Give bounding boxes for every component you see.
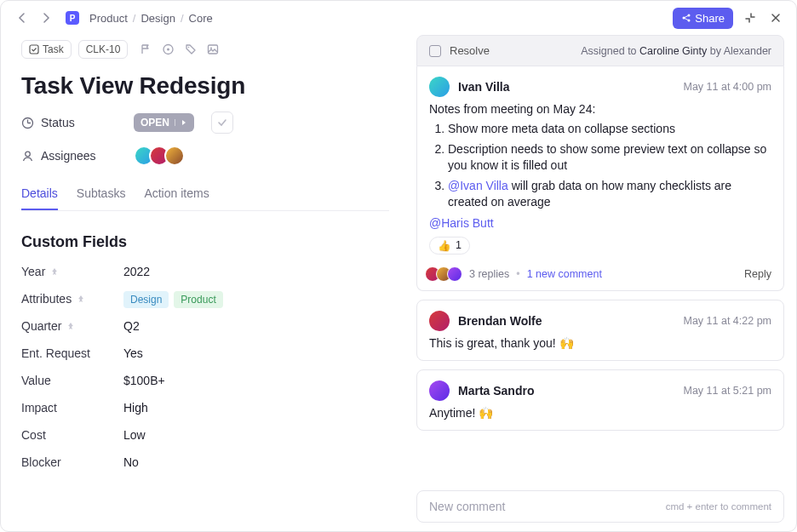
assigned-info: Assigned to Caroline Ginty by Alexander	[581, 45, 771, 57]
field-value[interactable]: High	[123, 401, 148, 415]
reaction-button[interactable]: 👍 1	[429, 237, 470, 255]
flag-icon[interactable]	[140, 43, 152, 55]
custom-fields-heading: Custom Fields	[21, 233, 389, 251]
custom-field-row: CostLow	[21, 428, 389, 442]
mention[interactable]: @Ivan Villa	[448, 179, 508, 192]
nav-forward-button[interactable]	[37, 9, 55, 27]
field-value[interactable]: Q2	[123, 319, 140, 333]
page-title: Task View Redesign	[21, 72, 389, 100]
reply-card: Marta SandroMay 11 at 5:21 pmAnytime! 🙌	[416, 369, 784, 431]
custom-field-row: BlockerNo	[21, 455, 389, 469]
task-type-chip[interactable]: Task	[21, 40, 72, 59]
task-id-label: CLK-10	[86, 43, 121, 55]
tabs: Details Subtasks Action items	[21, 178, 389, 211]
reaction-count: 1	[456, 239, 462, 251]
resolve-label[interactable]: Resolve	[450, 44, 490, 57]
tab-subtasks[interactable]: Subtasks	[77, 178, 126, 210]
nav-back-button[interactable]	[13, 9, 32, 27]
comment-body: Anytime! 🙌	[429, 406, 771, 420]
pin-icon[interactable]	[50, 267, 59, 276]
complete-checkbox[interactable]	[211, 112, 233, 134]
share-button[interactable]: Share	[673, 8, 733, 29]
note-item: Description needs to show some preview t…	[448, 141, 771, 174]
collapse-icon[interactable]	[742, 9, 759, 26]
field-label: Cost	[21, 428, 123, 442]
breadcrumb-item[interactable]: Design	[140, 12, 175, 25]
eye-icon[interactable]	[162, 43, 175, 55]
note-item: Show more meta data on collapse sections	[448, 121, 771, 138]
field-label: Impact	[21, 401, 123, 415]
field-label: Year	[21, 265, 123, 278]
field-label: Value	[21, 374, 123, 387]
thread-header: Resolve Assigned to Caroline Ginty by Al…	[416, 35, 784, 66]
reply-button[interactable]: Reply	[744, 268, 771, 280]
tag[interactable]: Design	[123, 291, 169, 308]
field-value[interactable]: $100B+	[123, 374, 165, 387]
comment-composer[interactable]: New comment cmd + enter to comment	[416, 490, 784, 523]
image-icon[interactable]	[207, 43, 219, 55]
tab-details[interactable]: Details	[21, 178, 58, 210]
tab-action-items[interactable]: Action items	[144, 178, 209, 210]
composer-placeholder: New comment	[429, 500, 505, 513]
comment-author: Marta Sandro	[458, 384, 534, 398]
field-value[interactable]: Low	[123, 428, 146, 442]
field-label: Blocker	[21, 455, 123, 469]
field-label: Ent. Request	[21, 346, 123, 360]
custom-field-row: Year2022	[21, 265, 389, 278]
field-value[interactable]: DesignProduct	[123, 292, 228, 306]
svg-rect-7	[209, 45, 218, 54]
space-icon: P	[66, 11, 79, 25]
avatar[interactable]	[164, 146, 185, 166]
avatar	[447, 266, 462, 282]
pin-icon[interactable]	[77, 295, 85, 303]
share-button-label: Share	[695, 12, 725, 25]
field-label: Attributes	[21, 292, 123, 306]
close-icon[interactable]	[767, 9, 784, 26]
avatar	[429, 380, 450, 401]
reaction-emoji: 👍	[438, 239, 451, 252]
svg-point-5	[167, 49, 169, 51]
replies-count[interactable]: 3 replies	[469, 268, 509, 280]
custom-field-row: Value$100B+	[21, 374, 389, 387]
status-label: Status	[21, 116, 123, 129]
assignees-label: Assignees	[21, 149, 123, 163]
comment-time: May 11 at 4:22 pm	[683, 315, 771, 327]
svg-rect-3	[30, 45, 38, 54]
comment-intro: Notes from meeting on May 24:	[429, 102, 771, 116]
breadcrumb-separator: /	[133, 12, 136, 25]
thread-body: Ivan Villa May 11 at 4:00 pm Notes from …	[416, 66, 784, 291]
tag-icon[interactable]	[185, 43, 197, 55]
comment-time: May 11 at 4:00 pm	[683, 81, 771, 93]
comment-body: This is great, thank you! 🙌	[429, 336, 771, 350]
tag[interactable]: Product	[174, 291, 222, 308]
resolve-checkbox[interactable]	[429, 45, 441, 57]
breadcrumb: Product / Design / Core	[89, 12, 668, 25]
status-dropdown[interactable]: OPEN	[134, 113, 194, 132]
task-id-chip[interactable]: CLK-10	[78, 40, 129, 59]
avatar	[429, 311, 450, 331]
svg-point-10	[26, 152, 31, 157]
new-comment-indicator[interactable]: 1 new comment	[527, 268, 602, 280]
breadcrumb-item[interactable]: Core	[189, 12, 213, 25]
status-value: OPEN	[140, 117, 169, 129]
field-value[interactable]: 2022	[123, 265, 150, 278]
custom-field-row: QuarterQ2	[21, 319, 389, 333]
mention[interactable]: @Haris Butt	[429, 216, 494, 230]
pin-icon[interactable]	[66, 322, 75, 330]
comment-time: May 11 at 5:21 pm	[683, 385, 771, 397]
custom-field-row: Ent. RequestYes	[21, 346, 389, 360]
reply-avatars	[429, 266, 462, 282]
breadcrumb-separator: /	[181, 12, 184, 25]
field-value[interactable]: No	[123, 455, 139, 469]
custom-field-row: ImpactHigh	[21, 401, 389, 415]
note-item: @Ivan Villa will grab data on how many c…	[448, 178, 771, 211]
custom-field-row: AttributesDesignProduct	[21, 292, 389, 306]
comment-notes-list: Show more meta data on collapse sections…	[429, 121, 771, 211]
field-label: Quarter	[21, 319, 123, 333]
avatar	[429, 77, 450, 97]
field-value[interactable]: Yes	[123, 346, 143, 360]
breadcrumb-item[interactable]: Product	[89, 12, 128, 25]
assignees-avatars[interactable]	[134, 146, 185, 166]
svg-point-6	[188, 47, 190, 49]
reply-card: Brendan WolfeMay 11 at 4:22 pmThis is gr…	[416, 300, 784, 361]
